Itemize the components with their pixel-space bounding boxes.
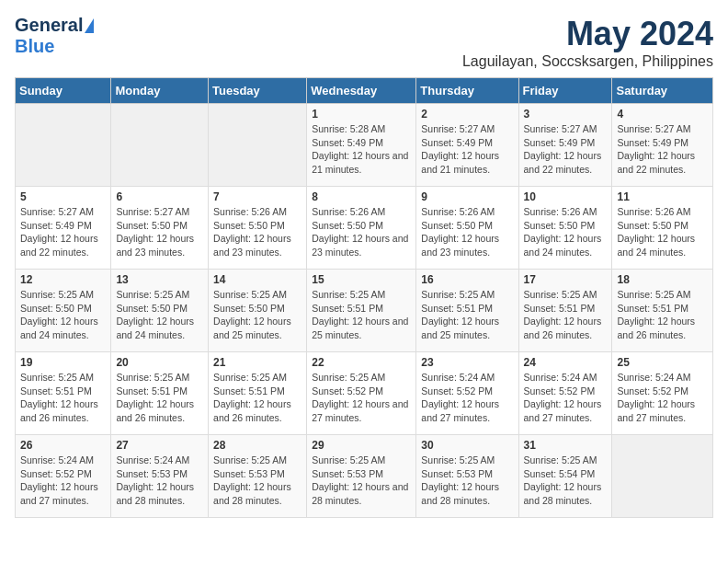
logo: General Blue (15, 15, 94, 57)
day-number: 19 (20, 356, 106, 369)
col-header-friday: Friday (518, 78, 612, 104)
cell-info: Sunrise: 5:27 AM Sunset: 5:50 PM Dayligh… (116, 205, 203, 259)
calendar-cell: 26Sunrise: 5:24 AM Sunset: 5:52 PM Dayli… (16, 435, 111, 518)
day-number: 18 (617, 273, 708, 286)
day-number: 24 (524, 356, 608, 369)
day-number: 29 (312, 439, 411, 452)
calendar-cell: 24Sunrise: 5:24 AM Sunset: 5:52 PM Dayli… (518, 352, 612, 435)
day-number: 25 (617, 356, 708, 369)
day-number: 3 (524, 108, 608, 121)
calendar-cell: 30Sunrise: 5:25 AM Sunset: 5:53 PM Dayli… (416, 435, 518, 518)
cell-info: Sunrise: 5:26 AM Sunset: 5:50 PM Dayligh… (312, 205, 411, 259)
cell-info: Sunrise: 5:27 AM Sunset: 5:49 PM Dayligh… (617, 122, 708, 177)
cell-info: Sunrise: 5:25 AM Sunset: 5:51 PM Dayligh… (421, 288, 513, 342)
cell-info: Sunrise: 5:26 AM Sunset: 5:50 PM Dayligh… (524, 205, 608, 259)
calendar-cell (16, 104, 111, 187)
cell-info: Sunrise: 5:26 AM Sunset: 5:50 PM Dayligh… (617, 205, 708, 259)
calendar-cell (612, 435, 713, 518)
day-number: 2 (421, 108, 513, 121)
day-number: 4 (617, 108, 708, 121)
logo-blue: Blue (15, 36, 54, 56)
cell-info: Sunrise: 5:25 AM Sunset: 5:53 PM Dayligh… (312, 454, 411, 508)
day-number: 5 (20, 190, 106, 203)
calendar-cell: 20Sunrise: 5:25 AM Sunset: 5:51 PM Dayli… (111, 352, 209, 435)
calendar-cell: 27Sunrise: 5:24 AM Sunset: 5:53 PM Dayli… (111, 435, 209, 518)
title-block: May 2024 Laguilayan, Soccsksargen, Phili… (462, 15, 713, 70)
col-header-sunday: Sunday (16, 78, 111, 104)
calendar-cell: 14Sunrise: 5:25 AM Sunset: 5:50 PM Dayli… (209, 270, 307, 352)
cell-info: Sunrise: 5:24 AM Sunset: 5:53 PM Dayligh… (116, 454, 203, 508)
week-row-4: 19Sunrise: 5:25 AM Sunset: 5:51 PM Dayli… (16, 352, 713, 435)
calendar-cell: 10Sunrise: 5:26 AM Sunset: 5:50 PM Dayli… (518, 187, 612, 270)
cell-info: Sunrise: 5:25 AM Sunset: 5:51 PM Dayligh… (213, 371, 301, 425)
col-header-saturday: Saturday (612, 78, 713, 104)
cell-info: Sunrise: 5:28 AM Sunset: 5:49 PM Dayligh… (312, 122, 411, 177)
cell-info: Sunrise: 5:24 AM Sunset: 5:52 PM Dayligh… (421, 371, 513, 425)
day-number: 23 (421, 356, 513, 369)
calendar-table: SundayMondayTuesdayWednesdayThursdayFrid… (15, 77, 713, 518)
calendar-cell: 16Sunrise: 5:25 AM Sunset: 5:51 PM Dayli… (416, 270, 518, 352)
cell-info: Sunrise: 5:25 AM Sunset: 5:51 PM Dayligh… (524, 288, 608, 342)
calendar-cell: 8Sunrise: 5:26 AM Sunset: 5:50 PM Daylig… (307, 187, 416, 270)
calendar-cell: 5Sunrise: 5:27 AM Sunset: 5:49 PM Daylig… (16, 187, 111, 270)
day-number: 28 (213, 439, 301, 452)
cell-info: Sunrise: 5:26 AM Sunset: 5:50 PM Dayligh… (213, 205, 301, 259)
col-header-tuesday: Tuesday (209, 78, 307, 104)
cell-info: Sunrise: 5:25 AM Sunset: 5:52 PM Dayligh… (312, 371, 411, 425)
calendar-cell: 1Sunrise: 5:28 AM Sunset: 5:49 PM Daylig… (307, 104, 416, 187)
calendar-cell: 22Sunrise: 5:25 AM Sunset: 5:52 PM Dayli… (307, 352, 416, 435)
day-number: 11 (617, 190, 708, 203)
day-number: 17 (524, 273, 608, 286)
calendar-cell: 9Sunrise: 5:26 AM Sunset: 5:50 PM Daylig… (416, 187, 518, 270)
col-header-wednesday: Wednesday (307, 78, 416, 104)
cell-info: Sunrise: 5:27 AM Sunset: 5:49 PM Dayligh… (524, 122, 608, 177)
calendar-cell: 19Sunrise: 5:25 AM Sunset: 5:51 PM Dayli… (16, 352, 111, 435)
day-number: 21 (213, 356, 301, 369)
calendar-cell: 15Sunrise: 5:25 AM Sunset: 5:51 PM Dayli… (307, 270, 416, 352)
calendar-cell (209, 104, 307, 187)
cell-info: Sunrise: 5:25 AM Sunset: 5:54 PM Dayligh… (524, 454, 608, 508)
day-number: 13 (116, 273, 203, 286)
cell-info: Sunrise: 5:25 AM Sunset: 5:50 PM Dayligh… (116, 288, 203, 342)
calendar-cell: 29Sunrise: 5:25 AM Sunset: 5:53 PM Dayli… (307, 435, 416, 518)
calendar-cell: 4Sunrise: 5:27 AM Sunset: 5:49 PM Daylig… (612, 104, 713, 187)
cell-info: Sunrise: 5:25 AM Sunset: 5:51 PM Dayligh… (617, 288, 708, 342)
day-number: 22 (312, 356, 411, 369)
logo-triangle-icon (85, 18, 94, 33)
calendar-cell: 25Sunrise: 5:24 AM Sunset: 5:52 PM Dayli… (612, 352, 713, 435)
calendar-cell: 21Sunrise: 5:25 AM Sunset: 5:51 PM Dayli… (209, 352, 307, 435)
calendar-cell: 2Sunrise: 5:27 AM Sunset: 5:49 PM Daylig… (416, 104, 518, 187)
day-number: 27 (116, 439, 203, 452)
day-number: 31 (524, 439, 608, 452)
week-row-3: 12Sunrise: 5:25 AM Sunset: 5:50 PM Dayli… (16, 270, 713, 352)
page-container: General Blue May 2024 Laguilayan, Soccsk… (15, 15, 713, 518)
cell-info: Sunrise: 5:27 AM Sunset: 5:49 PM Dayligh… (421, 122, 513, 177)
cell-info: Sunrise: 5:25 AM Sunset: 5:51 PM Dayligh… (312, 288, 411, 342)
logo-general: General (15, 15, 83, 36)
day-number: 6 (116, 190, 203, 203)
cell-info: Sunrise: 5:25 AM Sunset: 5:50 PM Dayligh… (213, 288, 301, 342)
cell-info: Sunrise: 5:25 AM Sunset: 5:51 PM Dayligh… (20, 371, 106, 425)
day-number: 30 (421, 439, 513, 452)
calendar-cell: 11Sunrise: 5:26 AM Sunset: 5:50 PM Dayli… (612, 187, 713, 270)
calendar-cell: 28Sunrise: 5:25 AM Sunset: 5:53 PM Dayli… (209, 435, 307, 518)
day-number: 15 (312, 273, 411, 286)
cell-info: Sunrise: 5:24 AM Sunset: 5:52 PM Dayligh… (20, 454, 106, 508)
calendar-cell: 23Sunrise: 5:24 AM Sunset: 5:52 PM Dayli… (416, 352, 518, 435)
calendar-cell: 13Sunrise: 5:25 AM Sunset: 5:50 PM Dayli… (111, 270, 209, 352)
header: General Blue May 2024 Laguilayan, Soccsk… (15, 15, 713, 70)
page-title: May 2024 (462, 15, 713, 53)
cell-info: Sunrise: 5:25 AM Sunset: 5:50 PM Dayligh… (20, 288, 106, 342)
cell-info: Sunrise: 5:25 AM Sunset: 5:53 PM Dayligh… (213, 454, 301, 508)
calendar-cell: 12Sunrise: 5:25 AM Sunset: 5:50 PM Dayli… (16, 270, 111, 352)
day-number: 26 (20, 439, 106, 452)
day-number: 14 (213, 273, 301, 286)
cell-info: Sunrise: 5:27 AM Sunset: 5:49 PM Dayligh… (20, 205, 106, 259)
day-number: 10 (524, 190, 608, 203)
calendar-cell (111, 104, 209, 187)
col-header-thursday: Thursday (416, 78, 518, 104)
day-number: 9 (421, 190, 513, 203)
cell-info: Sunrise: 5:25 AM Sunset: 5:51 PM Dayligh… (116, 371, 203, 425)
calendar-cell: 17Sunrise: 5:25 AM Sunset: 5:51 PM Dayli… (518, 270, 612, 352)
day-number: 20 (116, 356, 203, 369)
